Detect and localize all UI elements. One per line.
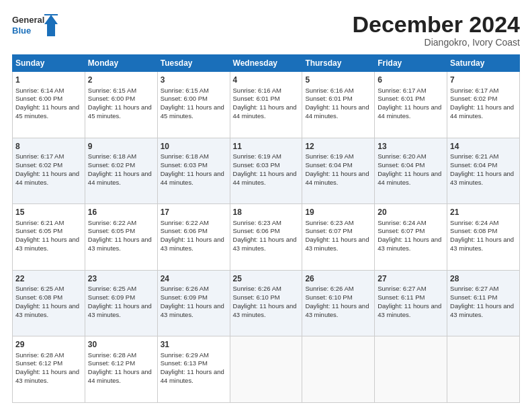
sunrise-text: Sunrise: 6:19 AM xyxy=(233,152,281,160)
sunset-text: Sunset: 6:07 PM xyxy=(305,227,352,234)
sunrise-text: Sunrise: 6:21 AM xyxy=(450,152,498,160)
sunset-text: Sunset: 6:10 PM xyxy=(305,293,352,301)
day-number: 2 xyxy=(88,75,154,85)
location: Diangokro, Ivory Coast xyxy=(352,37,520,48)
col-friday: Friday xyxy=(375,55,447,72)
calendar-row: 15Sunrise: 6:21 AMSunset: 6:05 PMDayligh… xyxy=(13,204,520,271)
calendar-cell: 8Sunrise: 6:17 AMSunset: 6:02 PMDaylight… xyxy=(13,138,85,204)
sunset-text: Sunset: 6:02 PM xyxy=(88,161,135,169)
sunrise-text: Sunrise: 6:28 AM xyxy=(88,351,136,359)
sunrise-text: Sunrise: 6:16 AM xyxy=(305,87,353,94)
daylight-text: Daylight: 11 hours and 45 minutes. xyxy=(15,103,79,120)
sunrise-text: Sunrise: 6:22 AM xyxy=(88,219,136,226)
sunrise-text: Sunrise: 6:25 AM xyxy=(88,285,136,292)
sunset-text: Sunset: 6:09 PM xyxy=(88,293,135,301)
calendar-header-row: Sunday Monday Tuesday Wednesday Thursday… xyxy=(13,55,520,72)
day-number: 6 xyxy=(378,75,444,85)
sunrise-text: Sunrise: 6:15 AM xyxy=(161,87,209,94)
day-number: 8 xyxy=(15,141,82,152)
daylight-text: Daylight: 11 hours and 43 minutes. xyxy=(233,302,297,318)
daylight-text: Daylight: 11 hours and 43 minutes. xyxy=(450,236,514,252)
sunset-text: Sunset: 6:00 PM xyxy=(88,95,135,102)
title-block: December 2024 Diangokro, Ivory Coast xyxy=(352,12,520,48)
daylight-text: Daylight: 11 hours and 44 minutes. xyxy=(305,103,369,120)
calendar-cell: 17Sunrise: 6:22 AMSunset: 6:06 PMDayligh… xyxy=(157,204,230,271)
col-thursday: Thursday xyxy=(302,55,375,72)
calendar-cell: 23Sunrise: 6:25 AMSunset: 6:09 PMDayligh… xyxy=(85,270,157,336)
sunset-text: Sunset: 6:10 PM xyxy=(233,293,280,301)
sunset-text: Sunset: 6:00 PM xyxy=(15,95,62,102)
sunrise-text: Sunrise: 6:19 AM xyxy=(305,152,353,160)
sunset-text: Sunset: 6:05 PM xyxy=(88,227,135,234)
daylight-text: Daylight: 11 hours and 43 minutes. xyxy=(161,302,224,318)
sunrise-text: Sunrise: 6:27 AM xyxy=(450,285,498,292)
svg-text:General: General xyxy=(12,15,44,25)
calendar-cell: 18Sunrise: 6:23 AMSunset: 6:06 PMDayligh… xyxy=(230,204,302,271)
day-number: 21 xyxy=(450,207,517,218)
sunset-text: Sunset: 6:04 PM xyxy=(450,161,497,169)
sunset-text: Sunset: 6:05 PM xyxy=(15,227,62,234)
sunset-text: Sunset: 6:13 PM xyxy=(161,359,208,367)
sunrise-text: Sunrise: 6:15 AM xyxy=(88,87,136,94)
sunset-text: Sunset: 6:11 PM xyxy=(378,293,425,301)
calendar-cell: 10Sunrise: 6:18 AMSunset: 6:03 PMDayligh… xyxy=(157,138,230,204)
calendar-cell: 31Sunrise: 6:29 AMSunset: 6:13 PMDayligh… xyxy=(157,336,230,403)
day-number: 25 xyxy=(233,273,300,284)
day-number: 23 xyxy=(88,273,154,284)
daylight-text: Daylight: 11 hours and 43 minutes. xyxy=(15,302,79,318)
sunrise-text: Sunrise: 6:20 AM xyxy=(378,152,426,160)
calendar-cell: 12Sunrise: 6:19 AMSunset: 6:04 PMDayligh… xyxy=(302,138,375,204)
daylight-text: Daylight: 11 hours and 44 minutes. xyxy=(450,103,514,120)
col-saturday: Saturday xyxy=(447,55,520,72)
daylight-text: Daylight: 11 hours and 43 minutes. xyxy=(161,236,224,252)
daylight-text: Daylight: 11 hours and 44 minutes. xyxy=(88,170,152,186)
daylight-text: Daylight: 11 hours and 43 minutes. xyxy=(378,302,441,318)
daylight-text: Daylight: 11 hours and 43 minutes. xyxy=(378,236,441,252)
sunset-text: Sunset: 6:01 PM xyxy=(233,95,280,102)
calendar-cell xyxy=(302,336,375,403)
sunrise-text: Sunrise: 6:26 AM xyxy=(305,285,353,292)
sunrise-text: Sunrise: 6:29 AM xyxy=(161,351,209,359)
daylight-text: Daylight: 11 hours and 44 minutes. xyxy=(15,170,79,186)
calendar-row: 29Sunrise: 6:28 AMSunset: 6:12 PMDayligh… xyxy=(13,336,520,403)
calendar-cell: 29Sunrise: 6:28 AMSunset: 6:12 PMDayligh… xyxy=(13,336,85,403)
sunrise-text: Sunrise: 6:17 AM xyxy=(15,152,64,160)
day-number: 24 xyxy=(161,273,227,284)
sunset-text: Sunset: 6:09 PM xyxy=(161,293,208,301)
day-number: 26 xyxy=(305,273,371,284)
sunrise-text: Sunrise: 6:25 AM xyxy=(15,285,64,292)
sunrise-text: Sunrise: 6:23 AM xyxy=(305,219,353,226)
logo: General Blue xyxy=(12,12,59,40)
sunset-text: Sunset: 6:11 PM xyxy=(450,293,497,301)
daylight-text: Daylight: 11 hours and 44 minutes. xyxy=(161,170,224,186)
daylight-text: Daylight: 11 hours and 44 minutes. xyxy=(161,368,224,384)
daylight-text: Daylight: 11 hours and 44 minutes. xyxy=(88,368,152,384)
day-number: 9 xyxy=(88,141,154,152)
daylight-text: Daylight: 11 hours and 44 minutes. xyxy=(305,170,369,186)
calendar-cell: 7Sunrise: 6:17 AMSunset: 6:02 PMDaylight… xyxy=(447,72,520,138)
day-number: 10 xyxy=(161,141,227,152)
daylight-text: Daylight: 11 hours and 43 minutes. xyxy=(305,302,369,318)
day-number: 13 xyxy=(378,141,444,152)
calendar-row: 22Sunrise: 6:25 AMSunset: 6:08 PMDayligh… xyxy=(13,270,520,336)
sunrise-text: Sunrise: 6:24 AM xyxy=(378,219,426,226)
sunrise-text: Sunrise: 6:26 AM xyxy=(233,285,281,292)
daylight-text: Daylight: 11 hours and 43 minutes. xyxy=(88,236,152,252)
day-number: 31 xyxy=(161,339,227,350)
svg-marker-2 xyxy=(44,15,58,36)
calendar-cell: 11Sunrise: 6:19 AMSunset: 6:03 PMDayligh… xyxy=(230,138,302,204)
sunset-text: Sunset: 6:12 PM xyxy=(15,359,62,367)
header: General Blue December 2024 Diangokro, Iv… xyxy=(12,12,520,48)
calendar-cell: 25Sunrise: 6:26 AMSunset: 6:10 PMDayligh… xyxy=(230,270,302,336)
calendar-cell xyxy=(447,336,520,403)
day-number: 18 xyxy=(233,207,300,218)
calendar-cell: 30Sunrise: 6:28 AMSunset: 6:12 PMDayligh… xyxy=(85,336,157,403)
calendar-cell: 26Sunrise: 6:26 AMSunset: 6:10 PMDayligh… xyxy=(302,270,375,336)
calendar-row: 8Sunrise: 6:17 AMSunset: 6:02 PMDaylight… xyxy=(13,138,520,204)
day-number: 27 xyxy=(378,273,444,284)
logo-svg: General Blue xyxy=(12,12,59,40)
day-number: 14 xyxy=(450,141,517,152)
day-number: 30 xyxy=(88,339,154,350)
calendar-cell: 19Sunrise: 6:23 AMSunset: 6:07 PMDayligh… xyxy=(302,204,375,271)
daylight-text: Daylight: 11 hours and 44 minutes. xyxy=(378,103,441,120)
